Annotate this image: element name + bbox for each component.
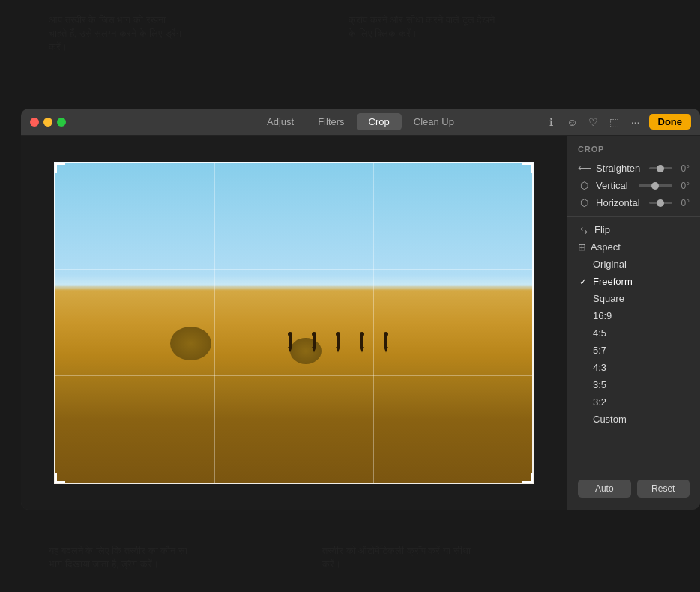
person-5 [382, 332, 390, 353]
aspect-5-7[interactable]: 5:7 [567, 342, 700, 359]
flip-label: Flip [594, 224, 610, 235]
person-1 [286, 332, 294, 353]
tab-cleanup[interactable]: Clean Up [402, 113, 466, 130]
horizontal-row[interactable]: ⬡ Horizontal 0° [567, 194, 700, 211]
photo-background [54, 162, 534, 484]
aspect-16-9-label: 16:9 [593, 310, 612, 321]
aspect-original-label: Original [593, 259, 627, 270]
heart-icon[interactable]: ♡ [586, 115, 601, 130]
hay-bale-1 [170, 327, 211, 360]
aspect-3-2[interactable]: 3:2 [567, 393, 700, 411]
more-icon[interactable]: ··· [628, 115, 643, 130]
aspect-label: Aspect [591, 241, 621, 253]
info-icon[interactable]: ℹ [544, 115, 559, 130]
smiley-icon[interactable]: ☺ [565, 115, 580, 130]
person-3 [334, 332, 342, 353]
tabs-container: Adjust Filters Crop Clean Up [255, 113, 466, 130]
people-group [286, 332, 390, 353]
annotation-bottom-left: यह बदलने के लिए कि तस्वीर का कौन सा भाग … [49, 544, 199, 571]
titlebar-right: ℹ ☺ ♡ ⬚ ··· Done [544, 114, 692, 130]
photo-area[interactable] [21, 136, 567, 510]
aspect-custom-label: Custom [593, 414, 627, 425]
horizontal-slider[interactable] [649, 202, 672, 204]
aspect-4-5-label: 4:5 [593, 327, 606, 339]
vertical-thumb[interactable] [651, 182, 659, 190]
share-icon[interactable]: ⬚ [607, 115, 622, 130]
close-button[interactable] [30, 118, 39, 127]
vertical-slider[interactable] [639, 184, 672, 187]
annotation-top-left: आप तस्वीर के जिस भाग को रखना चाहते हैं, … [49, 13, 184, 55]
aspect-4-5[interactable]: 4:5 [567, 324, 700, 342]
vertical-icon: ⬡ [578, 180, 590, 191]
aspect-icon: ⊞ [578, 241, 586, 253]
annotation-bottom-right: तस्वीर को ऑटोमैटिकली क्रॉप करें या सीधा … [322, 544, 472, 571]
aspect-square[interactable]: Square [567, 290, 700, 307]
straighten-icon: ⟵ [578, 163, 590, 174]
straighten-row[interactable]: ⟵ Straighten 0° [567, 160, 700, 177]
auto-button[interactable]: Auto [578, 480, 631, 498]
aspect-custom[interactable]: Custom [567, 411, 700, 428]
maximize-button[interactable] [57, 118, 66, 127]
aspect-original[interactable]: Original [567, 256, 700, 273]
aspect-4-3[interactable]: 4:3 [567, 359, 700, 376]
vertical-label: Vertical [596, 180, 630, 191]
vertical-value: 0° [681, 181, 690, 191]
freeform-checkmark: ✓ [578, 277, 588, 287]
content-area: CROP ⟵ Straighten 0° ⬡ Vertical 0° [21, 136, 700, 510]
horizontal-icon: ⬡ [578, 197, 590, 208]
reset-button[interactable]: Reset [637, 480, 690, 498]
straighten-value: 0° [681, 163, 690, 174]
straighten-thumb[interactable] [657, 165, 664, 172]
tab-adjust[interactable]: Adjust [255, 113, 306, 130]
aspect-4-3-label: 4:3 [593, 362, 606, 373]
sidebar-section-title: CROP [567, 145, 700, 160]
done-button[interactable]: Done [649, 114, 692, 130]
aspect-16-9[interactable]: 16:9 [567, 307, 700, 324]
person-2 [310, 332, 318, 353]
divider-1 [567, 216, 700, 217]
aspect-3-5-label: 3:5 [593, 379, 606, 390]
sidebar-footer: Auto Reset [567, 474, 700, 504]
vertical-row[interactable]: ⬡ Vertical 0° [567, 177, 700, 194]
aspect-title-row[interactable]: ⊞ Aspect [567, 238, 700, 256]
minimize-button[interactable] [43, 118, 52, 127]
traffic-lights [30, 118, 66, 127]
aspect-freeform[interactable]: ✓ Freeform [567, 273, 700, 290]
aspect-square-label: Square [593, 293, 624, 304]
aspect-3-2-label: 3:2 [593, 396, 606, 408]
aspect-5-7-label: 5:7 [593, 345, 606, 356]
photo-wrapper [54, 162, 534, 484]
flip-icon: ⇆ [578, 225, 590, 235]
tab-filters[interactable]: Filters [306, 113, 356, 130]
horizontal-thumb[interactable] [657, 199, 664, 207]
app-window: Adjust Filters Crop Clean Up ℹ ☺ ♡ ⬚ ···… [21, 109, 700, 510]
horizontal-value: 0° [681, 198, 690, 208]
tab-crop[interactable]: Crop [357, 113, 402, 130]
photo-canvas [54, 162, 534, 484]
person-4 [358, 332, 366, 353]
aspect-3-5[interactable]: 3:5 [567, 376, 700, 393]
flip-item[interactable]: ⇆ Flip [567, 221, 700, 238]
annotation-top-right: क्रॉप करने और सीधा करने वाले टूल देखने क… [349, 13, 498, 40]
horizontal-label: Horizontal [596, 197, 640, 208]
straighten-label: Straighten [596, 163, 640, 174]
sidebar-panel: CROP ⟵ Straighten 0° ⬡ Vertical 0° [567, 136, 700, 510]
aspect-freeform-label: Freeform [593, 276, 633, 287]
titlebar: Adjust Filters Crop Clean Up ℹ ☺ ♡ ⬚ ···… [21, 109, 700, 136]
straighten-slider[interactable] [649, 167, 672, 169]
